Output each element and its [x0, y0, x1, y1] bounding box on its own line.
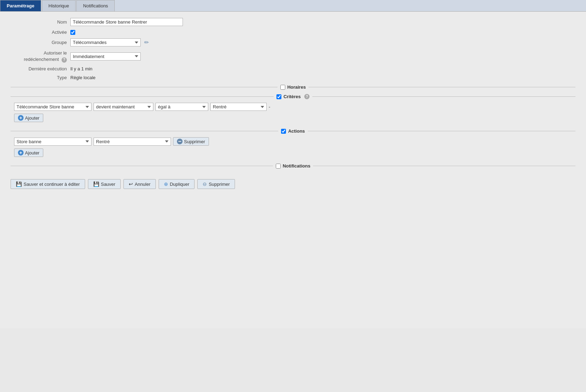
delete-icon: ⊖ [203, 181, 207, 187]
actions-add-circle-icon: + [18, 150, 24, 156]
criteres-row: Télécommande Store banne devient mainten… [14, 103, 575, 111]
criteres-section-header: Critères ? [11, 94, 575, 99]
cancel-button[interactable]: ↩ Annuler [123, 179, 156, 189]
tab-historique[interactable]: Historique [42, 0, 76, 11]
actions-row: Store banne Rentré − Supprimer [14, 137, 575, 146]
criteres-add-circle-icon: + [18, 115, 24, 121]
actions-section-header: Actions [11, 128, 575, 134]
tab-notifications[interactable]: Notifications [76, 0, 115, 11]
actions-checkbox[interactable] [281, 129, 286, 134]
duplicate-button[interactable]: ⊕ Dupliquer [159, 179, 195, 189]
critere-field4-select[interactable]: Rentré [210, 103, 267, 111]
actions-left-line [11, 131, 278, 131]
criteres-label: Critères [284, 94, 301, 99]
autoriser-select[interactable]: Immédiatement [70, 52, 141, 61]
horaires-checkbox[interactable] [280, 85, 285, 90]
save-icon: 💾 [93, 181, 99, 187]
action-remove-circle-icon: − [177, 139, 183, 144]
critere-field1-select[interactable]: Télécommande Store banne [14, 103, 91, 111]
horaires-right-line [308, 87, 575, 87]
type-value: Règle locale [70, 75, 96, 80]
horaires-section-header: Horaires [11, 84, 575, 90]
criteres-checkbox[interactable] [276, 94, 281, 99]
action-field2-select[interactable]: Rentré [94, 138, 171, 146]
notif-left-line [11, 166, 273, 166]
cancel-icon: ↩ [129, 181, 133, 187]
criteres-add-button[interactable]: + Ajouter [14, 114, 43, 122]
nom-row: Nom [11, 18, 575, 26]
save-edit-icon: 💾 [16, 181, 22, 187]
activee-row: Activée [11, 30, 575, 35]
nom-label: Nom [11, 19, 70, 25]
horaires-left-line [11, 87, 278, 87]
groupe-select[interactable]: Télécommandes [70, 38, 141, 46]
critere-field2-select[interactable]: devient maintenant [94, 103, 153, 111]
actions-add-button[interactable]: + Ajouter [14, 148, 43, 157]
criteres-left-line [11, 96, 274, 97]
criteres-right-line [312, 96, 575, 97]
tab-bar: Paramétrage Historique Notifications [0, 0, 586, 12]
horaires-label: Horaires [287, 84, 306, 90]
autoriser-label: Autoriser le redéclenchement ? [11, 50, 70, 63]
groupe-row: Groupe Télécommandes ✏ [11, 38, 575, 46]
save-edit-button[interactable]: 💾 Sauver et continuer à éditer [11, 179, 85, 189]
delete-button[interactable]: ⊖ Supprimer [197, 179, 235, 189]
actions-label: Actions [288, 128, 305, 134]
bottom-actions: 💾 Sauver et continuer à éditer 💾 Sauver … [11, 179, 575, 189]
type-row: Type Règle locale [11, 75, 575, 80]
actions-right-line [308, 131, 575, 131]
activee-checkbox[interactable] [70, 30, 75, 35]
main-content: Nom Activée Groupe Télécommandes ✏ Autor… [0, 12, 586, 328]
notif-checkbox[interactable] [276, 164, 281, 169]
derniere-label: Dernière exécution [11, 66, 70, 71]
save-button[interactable]: 💾 Sauver [88, 179, 121, 189]
type-label: Type [11, 75, 70, 80]
duplicate-icon: ⊕ [164, 181, 168, 187]
criteres-help-icon[interactable]: ? [304, 94, 310, 99]
autoriser-help-icon[interactable]: ? [62, 57, 67, 63]
critere-field3-select[interactable]: égal à [155, 103, 208, 111]
nom-input[interactable] [70, 18, 183, 26]
edit-groupe-icon[interactable]: ✏ [144, 39, 149, 46]
action-field1-select[interactable]: Store banne [14, 138, 91, 146]
notif-right-line [313, 166, 575, 166]
notif-section-header: Notifications [11, 163, 575, 169]
autoriser-row: Autoriser le redéclenchement ? Immédiate… [11, 50, 575, 63]
notif-label: Notifications [283, 163, 311, 169]
activee-label: Activée [11, 30, 70, 35]
derniere-row: Dernière exécution Il y a 1 min [11, 66, 575, 71]
action-remove-button[interactable]: − Supprimer [173, 137, 209, 146]
critere-dash: - [269, 104, 270, 109]
derniere-value: Il y a 1 min [70, 66, 93, 71]
groupe-label: Groupe [11, 40, 70, 45]
tab-parametrage[interactable]: Paramétrage [0, 0, 41, 11]
